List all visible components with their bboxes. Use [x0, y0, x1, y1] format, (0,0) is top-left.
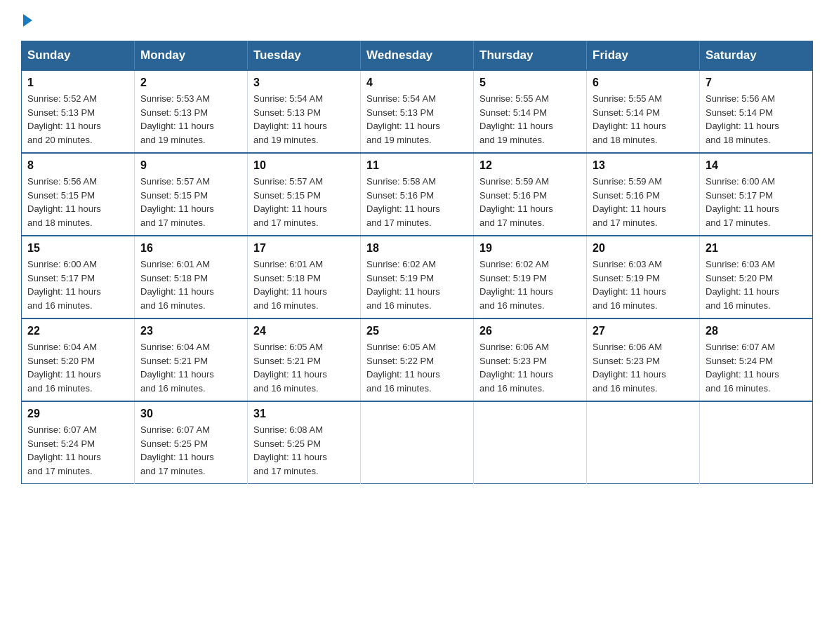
day-info: Sunrise: 6:02 AMSunset: 5:19 PMDaylight:…	[479, 257, 581, 312]
day-number: 21	[706, 242, 807, 255]
calendar-cell: 31Sunrise: 6:08 AMSunset: 5:25 PMDayligh…	[248, 401, 361, 484]
calendar-week-row: 1Sunrise: 5:52 AMSunset: 5:13 PMDaylight…	[22, 70, 813, 153]
calendar-cell: 10Sunrise: 5:57 AMSunset: 5:15 PMDayligh…	[248, 153, 361, 236]
calendar-cell: 18Sunrise: 6:02 AMSunset: 5:19 PMDayligh…	[361, 236, 474, 318]
day-number: 6	[593, 76, 694, 89]
day-number: 5	[479, 76, 581, 89]
day-number: 29	[27, 408, 128, 420]
day-info: Sunrise: 6:01 AMSunset: 5:18 PMDaylight:…	[253, 257, 355, 312]
calendar-cell: 16Sunrise: 6:01 AMSunset: 5:18 PMDayligh…	[135, 236, 248, 318]
day-number: 12	[479, 159, 581, 172]
calendar-cell: 9Sunrise: 5:57 AMSunset: 5:15 PMDaylight…	[135, 153, 248, 236]
calendar-cell: 3Sunrise: 5:54 AMSunset: 5:13 PMDaylight…	[248, 70, 361, 153]
day-info: Sunrise: 6:00 AMSunset: 5:17 PMDaylight:…	[706, 175, 807, 229]
calendar-cell: 2Sunrise: 5:53 AMSunset: 5:13 PMDaylight…	[135, 70, 248, 153]
day-number: 2	[140, 76, 241, 89]
calendar-week-row: 15Sunrise: 6:00 AMSunset: 5:17 PMDayligh…	[22, 236, 813, 318]
calendar-cell: 27Sunrise: 6:06 AMSunset: 5:23 PMDayligh…	[587, 318, 700, 401]
day-number: 27	[593, 325, 694, 337]
day-info: Sunrise: 6:08 AMSunset: 5:25 PMDaylight:…	[253, 423, 355, 478]
calendar-week-row: 22Sunrise: 6:04 AMSunset: 5:20 PMDayligh…	[22, 318, 813, 401]
day-info: Sunrise: 5:57 AMSunset: 5:15 PMDaylight:…	[253, 175, 355, 229]
day-info: Sunrise: 5:57 AMSunset: 5:15 PMDaylight:…	[140, 175, 241, 229]
day-info: Sunrise: 5:56 AMSunset: 5:14 PMDaylight:…	[706, 92, 807, 147]
calendar-cell: 28Sunrise: 6:07 AMSunset: 5:24 PMDayligh…	[700, 318, 813, 401]
calendar-header-row: SundayMondayTuesdayWednesdayThursdayFrid…	[22, 41, 813, 71]
calendar-cell: 6Sunrise: 5:55 AMSunset: 5:14 PMDaylight…	[587, 70, 700, 153]
calendar-cell: 20Sunrise: 6:03 AMSunset: 5:19 PMDayligh…	[587, 236, 700, 318]
day-info: Sunrise: 5:59 AMSunset: 5:16 PMDaylight:…	[479, 175, 581, 229]
day-number: 3	[253, 76, 355, 89]
day-info: Sunrise: 5:58 AMSunset: 5:16 PMDaylight:…	[366, 175, 468, 229]
calendar-cell	[361, 401, 474, 484]
day-info: Sunrise: 6:04 AMSunset: 5:21 PMDaylight:…	[140, 340, 241, 395]
day-info: Sunrise: 6:07 AMSunset: 5:25 PMDaylight:…	[140, 423, 241, 478]
day-number: 22	[27, 325, 128, 337]
calendar-cell: 26Sunrise: 6:06 AMSunset: 5:23 PMDayligh…	[474, 318, 587, 401]
day-number: 26	[479, 325, 581, 337]
calendar-header-sunday: Sunday	[22, 41, 135, 71]
day-info: Sunrise: 5:54 AMSunset: 5:13 PMDaylight:…	[253, 92, 355, 147]
logo-arrow-icon	[23, 14, 32, 27]
day-number: 7	[706, 76, 807, 89]
calendar-cell: 14Sunrise: 6:00 AMSunset: 5:17 PMDayligh…	[700, 153, 813, 236]
calendar-header-wednesday: Wednesday	[361, 41, 474, 71]
day-info: Sunrise: 6:03 AMSunset: 5:20 PMDaylight:…	[706, 257, 807, 312]
calendar-cell: 1Sunrise: 5:52 AMSunset: 5:13 PMDaylight…	[22, 70, 135, 153]
day-number: 28	[706, 325, 807, 337]
day-number: 17	[253, 242, 355, 255]
calendar-cell: 22Sunrise: 6:04 AMSunset: 5:20 PMDayligh…	[22, 318, 135, 401]
calendar-cell: 23Sunrise: 6:04 AMSunset: 5:21 PMDayligh…	[135, 318, 248, 401]
day-info: Sunrise: 6:05 AMSunset: 5:22 PMDaylight:…	[366, 340, 468, 395]
calendar-cell: 21Sunrise: 6:03 AMSunset: 5:20 PMDayligh…	[700, 236, 813, 318]
day-number: 23	[140, 325, 241, 337]
day-info: Sunrise: 5:55 AMSunset: 5:14 PMDaylight:…	[479, 92, 581, 147]
calendar-cell: 5Sunrise: 5:55 AMSunset: 5:14 PMDaylight…	[474, 70, 587, 153]
calendar-cell: 30Sunrise: 6:07 AMSunset: 5:25 PMDayligh…	[135, 401, 248, 484]
calendar-week-row: 8Sunrise: 5:56 AMSunset: 5:15 PMDaylight…	[22, 153, 813, 236]
day-number: 1	[27, 76, 128, 89]
calendar-header-friday: Friday	[587, 41, 700, 71]
calendar-cell: 12Sunrise: 5:59 AMSunset: 5:16 PMDayligh…	[474, 153, 587, 236]
day-number: 13	[593, 159, 694, 172]
day-info: Sunrise: 6:06 AMSunset: 5:23 PMDaylight:…	[593, 340, 694, 395]
calendar-cell: 11Sunrise: 5:58 AMSunset: 5:16 PMDayligh…	[361, 153, 474, 236]
day-info: Sunrise: 5:55 AMSunset: 5:14 PMDaylight:…	[593, 92, 694, 147]
day-number: 31	[253, 408, 355, 420]
calendar-header-saturday: Saturday	[700, 41, 813, 71]
calendar-cell	[700, 401, 813, 484]
day-info: Sunrise: 6:05 AMSunset: 5:21 PMDaylight:…	[253, 340, 355, 395]
calendar-cell: 25Sunrise: 6:05 AMSunset: 5:22 PMDayligh…	[361, 318, 474, 401]
day-info: Sunrise: 6:07 AMSunset: 5:24 PMDaylight:…	[706, 340, 807, 395]
calendar-cell: 8Sunrise: 5:56 AMSunset: 5:15 PMDaylight…	[22, 153, 135, 236]
calendar-header-thursday: Thursday	[474, 41, 587, 71]
calendar-cell: 17Sunrise: 6:01 AMSunset: 5:18 PMDayligh…	[248, 236, 361, 318]
calendar-cell: 7Sunrise: 5:56 AMSunset: 5:14 PMDaylight…	[700, 70, 813, 153]
calendar-cell: 29Sunrise: 6:07 AMSunset: 5:24 PMDayligh…	[22, 401, 135, 484]
day-number: 9	[140, 159, 241, 172]
day-number: 24	[253, 325, 355, 337]
day-info: Sunrise: 6:07 AMSunset: 5:24 PMDaylight:…	[27, 423, 128, 478]
day-number: 4	[366, 76, 468, 89]
day-number: 14	[706, 159, 807, 172]
calendar-cell: 24Sunrise: 6:05 AMSunset: 5:21 PMDayligh…	[248, 318, 361, 401]
day-info: Sunrise: 5:59 AMSunset: 5:16 PMDaylight:…	[593, 175, 694, 229]
day-info: Sunrise: 5:54 AMSunset: 5:13 PMDaylight:…	[366, 92, 468, 147]
day-info: Sunrise: 5:52 AMSunset: 5:13 PMDaylight:…	[27, 92, 128, 147]
calendar-cell: 4Sunrise: 5:54 AMSunset: 5:13 PMDaylight…	[361, 70, 474, 153]
day-number: 10	[253, 159, 355, 172]
calendar-cell: 15Sunrise: 6:00 AMSunset: 5:17 PMDayligh…	[22, 236, 135, 318]
calendar-cell	[474, 401, 587, 484]
calendar-header-tuesday: Tuesday	[248, 41, 361, 71]
day-info: Sunrise: 6:06 AMSunset: 5:23 PMDaylight:…	[479, 340, 581, 395]
calendar-header-monday: Monday	[135, 41, 248, 71]
day-info: Sunrise: 6:02 AMSunset: 5:19 PMDaylight:…	[366, 257, 468, 312]
calendar-cell	[587, 401, 700, 484]
day-number: 11	[366, 159, 468, 172]
day-number: 8	[27, 159, 128, 172]
day-number: 16	[140, 242, 241, 255]
calendar-cell: 19Sunrise: 6:02 AMSunset: 5:19 PMDayligh…	[474, 236, 587, 318]
day-info: Sunrise: 6:00 AMSunset: 5:17 PMDaylight:…	[27, 257, 128, 312]
day-info: Sunrise: 6:01 AMSunset: 5:18 PMDaylight:…	[140, 257, 241, 312]
day-info: Sunrise: 5:56 AMSunset: 5:15 PMDaylight:…	[27, 175, 128, 229]
